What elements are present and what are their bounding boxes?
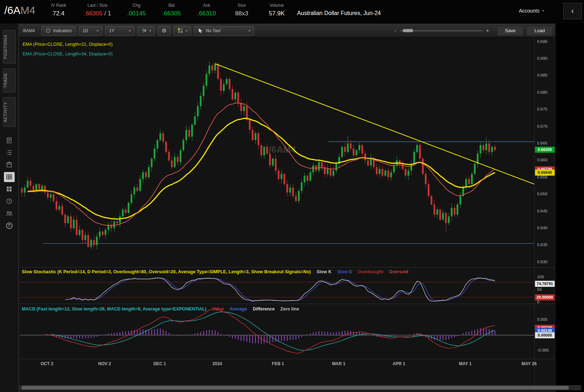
scrollbar-thumb[interactable] <box>21 386 569 389</box>
stat-label: Size <box>238 3 246 8</box>
interval-value: 1D <box>83 28 88 33</box>
history-clock-icon[interactable] <box>4 196 15 206</box>
chevron-down-icon: ▾ <box>249 29 250 33</box>
stat-value: .66310 <box>197 10 216 17</box>
axis-value-box: 0.00000 <box>535 332 555 338</box>
time-axis[interactable]: OCT 2NOV 2DEC 12024FEB 1MAR 1APR 1MAY 1M… <box>19 359 534 369</box>
stat-value: 57.9K <box>269 10 284 17</box>
axis-tick-label: 0.670 <box>537 124 548 128</box>
axis-tick-label: 0.675 <box>537 107 548 111</box>
chevron-down-icon: ▾ <box>97 29 98 33</box>
notes-icon[interactable] <box>4 136 15 146</box>
last-price: .66305 <box>84 10 103 17</box>
price-axis[interactable]: 0.6950.6900.6850.6800.6750.6700.6650.660… <box>534 38 555 392</box>
question-mark: ? <box>6 222 13 229</box>
main-price-chart-canvas[interactable] <box>20 39 534 267</box>
toolbar-symbol-label: /6AM4 <box>23 28 35 33</box>
zoom-slider-thumb[interactable] <box>403 29 413 32</box>
left-sidebar: POSITIONS TRADE ACTIVITY <box>0 24 19 392</box>
axis-value-box: 20.00000 <box>535 294 555 300</box>
legend-oversold: Oversold <box>389 269 408 274</box>
chart-panel: /6AM4 Indicators 1D ▾ 1Y ▾ ▾ ⚙ ▾ <box>19 24 555 392</box>
panel-divider <box>19 359 555 359</box>
legend-average: Average <box>230 307 247 312</box>
cursor-icon <box>198 28 203 34</box>
axis-tick-label: 0.635 <box>537 242 548 247</box>
stat-value: .00145 <box>127 10 146 17</box>
time-axis-label: NOV 2 <box>98 361 111 366</box>
ema21-study-label[interactable]: EMA (Price=CLOSE, Length=21, Displace=0) <box>23 42 113 47</box>
legend-zero-line: Zero line <box>281 307 299 312</box>
people-icon[interactable] <box>4 209 15 219</box>
panel-divider <box>19 267 555 268</box>
apps-icon[interactable] <box>4 184 15 194</box>
axis-tick-label: 100 <box>537 275 544 279</box>
chevron-down-icon: ▾ <box>542 9 544 13</box>
stat-label: Ask <box>203 3 210 8</box>
help-icon[interactable]: ? <box>4 221 15 231</box>
stat-iv-rank: IV Rank 72.4 <box>49 3 68 17</box>
chart-toolbar: /6AM4 Indicators 1D ▾ 1Y ▾ ▾ ⚙ ▾ <box>19 24 555 38</box>
axis-tick-label: 0.680 <box>537 90 548 94</box>
time-axis-label: MAY 1 <box>459 361 472 366</box>
axis-tick-label: 50 <box>537 287 542 291</box>
legend-overbought: Overbought <box>358 269 383 274</box>
save-button[interactable]: Save <box>497 26 524 36</box>
accounts-label: Accounts <box>519 8 540 14</box>
macd-chart-canvas[interactable] <box>20 304 534 359</box>
quote-header: /6AM4 IV Rank 72.4 Last / Size .66305 / … <box>0 0 584 24</box>
sidebar-tab-activity[interactable]: ACTIVITY <box>3 97 16 127</box>
panel-divider <box>19 304 555 304</box>
chevron-down-icon: ▾ <box>150 29 151 33</box>
drawing-tool-dropdown[interactable]: No Tool ▾ <box>194 26 254 35</box>
time-axis-label: MAR 1 <box>332 361 345 366</box>
legend-difference: Difference <box>253 307 274 312</box>
range-value: 1Y <box>109 28 115 33</box>
axis-tick-label: 0.005 <box>537 317 548 322</box>
chevron-down-icon: ▾ <box>186 29 188 33</box>
list-icon[interactable] <box>4 148 15 158</box>
orders-icon[interactable] <box>4 160 15 170</box>
interval-dropdown[interactable]: 1D ▾ <box>79 26 102 35</box>
accounts-button[interactable]: Accounts ▾ <box>519 8 544 14</box>
indicators-button[interactable]: Indicators <box>42 26 76 35</box>
zoom-in-button[interactable]: + <box>486 28 489 34</box>
symbol-suffix: M4 <box>20 4 35 16</box>
zoom-out-button[interactable]: - <box>394 28 396 34</box>
time-axis-label: MAY 26 <box>522 361 537 366</box>
axis-tick-label: 0.650 <box>537 192 548 196</box>
zoom-slider[interactable] <box>400 30 482 31</box>
chevron-left-icon: ‹ <box>571 6 574 16</box>
stat-size: Size 88x3 <box>232 3 251 17</box>
chevron-down-icon: ▾ <box>129 29 131 33</box>
stat-value: 72.4 <box>53 10 64 17</box>
load-button[interactable]: Load <box>526 26 553 36</box>
time-axis-label: APR 1 <box>393 361 405 366</box>
stochastic-study-label[interactable]: Slow Stochastic (K Period=14, D Period=3… <box>22 269 311 274</box>
axis-tick-label: 0.690 <box>537 56 548 60</box>
stat-volume: Volume 57.9K <box>267 3 286 17</box>
range-dropdown[interactable]: 1Y ▾ <box>105 26 135 35</box>
stat-label: Bid <box>169 3 175 8</box>
sidebar-tab-trade[interactable]: TRADE <box>3 68 16 93</box>
ema34-study-label[interactable]: EMA (Price=CLOSE, Length=34, Displace=0) <box>23 52 113 57</box>
axis-tick-label: 0.695 <box>537 39 548 44</box>
grid-chart-icon[interactable] <box>4 172 15 182</box>
time-axis-label: DEC 1 <box>153 361 166 366</box>
macd-study-label[interactable]: MACD (Fast length=12, Slow length=26, MA… <box>22 307 206 312</box>
axis-tick-label: 0.685 <box>537 73 548 77</box>
chart-settings-button[interactable]: ⚙ <box>158 26 170 35</box>
sidebar-tab-positions[interactable]: POSITIONS <box>3 30 16 64</box>
legend-value: Value <box>212 307 224 312</box>
grid-layout-dropdown[interactable]: ▾ <box>174 26 191 35</box>
stat-chg: Chg .00145 <box>127 3 146 17</box>
time-axis-label: 2024 <box>213 361 222 366</box>
collapse-panel-button[interactable]: ‹ <box>563 3 582 19</box>
stat-label: Volume <box>269 3 284 8</box>
stat-label: Chg <box>132 3 140 8</box>
chart-type-dropdown[interactable]: ▾ <box>137 26 155 35</box>
horizontal-scrollbar[interactable] <box>19 385 581 390</box>
axis-tick-label: 0.645 <box>537 209 548 213</box>
chart-area: EMA (Price=CLOSE, Length=21, Displace=0)… <box>19 38 555 392</box>
stat-bid: Bid .66305 <box>162 3 181 17</box>
